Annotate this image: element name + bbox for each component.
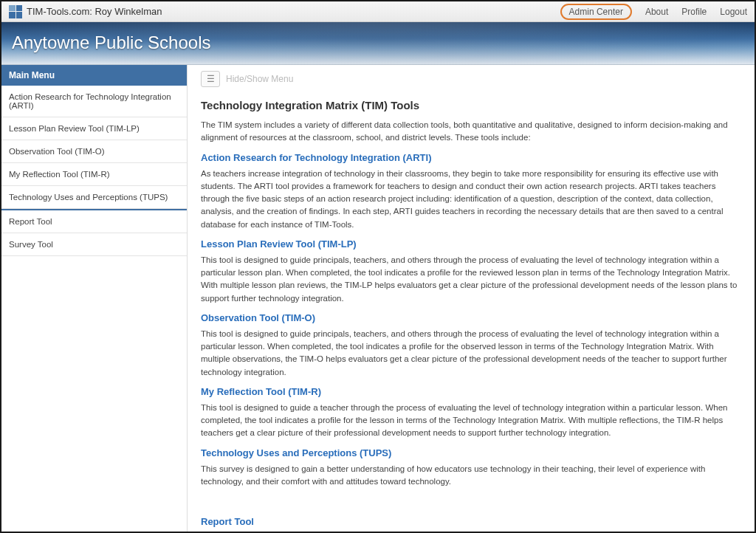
hamburger-icon: ☰ — [207, 74, 215, 84]
section-heading-tups[interactable]: Technology Uses and Perceptions (TUPS) — [201, 447, 741, 458]
sidebar-item-label: Action Research for Technology Integrati… — [9, 92, 171, 110]
nav-about[interactable]: About — [645, 7, 668, 17]
sidebar-item-tim-lp[interactable]: Lesson Plan Review Tool (TIM-LP) — [1, 117, 187, 140]
nav-admin-center[interactable]: Admin Center — [569, 7, 623, 17]
section-heading-arti[interactable]: Action Research for Technology Integrati… — [201, 152, 741, 163]
sidebar-item-label: Technology Uses and Perceptions (TUPS) — [9, 193, 168, 202]
org-name: Anytowne Public Schools — [1, 22, 755, 63]
menu-toggle: ☰ Hide/Show Menu — [201, 71, 293, 87]
sidebar: Main Menu Action Research for Technology… — [1, 65, 188, 532]
sidebar-item-tim-o[interactable]: Observation Tool (TIM-O) — [1, 140, 187, 163]
admin-center-highlight: Admin Center — [560, 4, 632, 20]
sidebar-item-arti[interactable]: Action Research for Technology Integrati… — [1, 86, 187, 117]
sidebar-item-label: Survey Tool — [9, 240, 53, 249]
sidebar-item-tim-r[interactable]: My Reflection Tool (TIM-R) — [1, 163, 187, 186]
section-heading-tim-r[interactable]: My Reflection Tool (TIM-R) — [201, 386, 741, 397]
page-title: Technology Integration Matrix (TIM) Tool… — [201, 99, 741, 111]
section-body-tim-r: This tool is designed to guide a teacher… — [201, 402, 741, 440]
tim-logo-icon — [9, 5, 22, 18]
section-heading-tim-lp[interactable]: Lesson Plan Review Tool (TIM-LP) — [201, 238, 741, 250]
section-body-tim-o: This tool is designed to guide principal… — [201, 328, 741, 379]
nav-profile[interactable]: Profile — [681, 7, 707, 17]
sidebar-item-tups[interactable]: Technology Uses and Perceptions (TUPS) — [1, 186, 187, 209]
sidebar-header: Main Menu — [1, 65, 187, 86]
section-body-arti: As teachers increase integration of tech… — [201, 168, 741, 231]
sidebar-item-report[interactable]: Report Tool — [1, 210, 187, 233]
section-heading-tim-o[interactable]: Observation Tool (TIM-O) — [201, 312, 741, 323]
menu-toggle-label: Hide/Show Menu — [226, 74, 293, 84]
sidebar-item-survey[interactable]: Survey Tool — [1, 233, 187, 256]
sidebar-item-label: My Reflection Tool (TIM-R) — [9, 170, 110, 179]
sidebar-item-label: Report Tool — [9, 217, 52, 226]
topbar: TIM-Tools.com: Roy Winkelman Admin Cente… — [1, 1, 755, 22]
top-nav: Admin Center About Profile Logout — [560, 4, 747, 20]
nav-logout[interactable]: Logout — [720, 7, 747, 17]
menu-toggle-button[interactable]: ☰ — [201, 71, 220, 87]
sidebar-item-label: Lesson Plan Review Tool (TIM-LP) — [9, 124, 140, 133]
section-heading-report[interactable]: Report Tool — [201, 516, 741, 527]
banner: Anytowne Public Schools — [1, 22, 755, 65]
section-body-tim-lp: This tool is designed to guide principal… — [201, 254, 741, 305]
intro-text: The TIM system includes a variety of dif… — [201, 119, 741, 145]
main-content: ☰ Hide/Show Menu Technology Integration … — [188, 65, 755, 532]
section-body-tups: This survey is designed to gain a better… — [201, 463, 741, 489]
sidebar-item-label: Observation Tool (TIM-O) — [9, 147, 105, 156]
site-title: TIM-Tools.com: Roy Winkelman — [27, 6, 162, 17]
